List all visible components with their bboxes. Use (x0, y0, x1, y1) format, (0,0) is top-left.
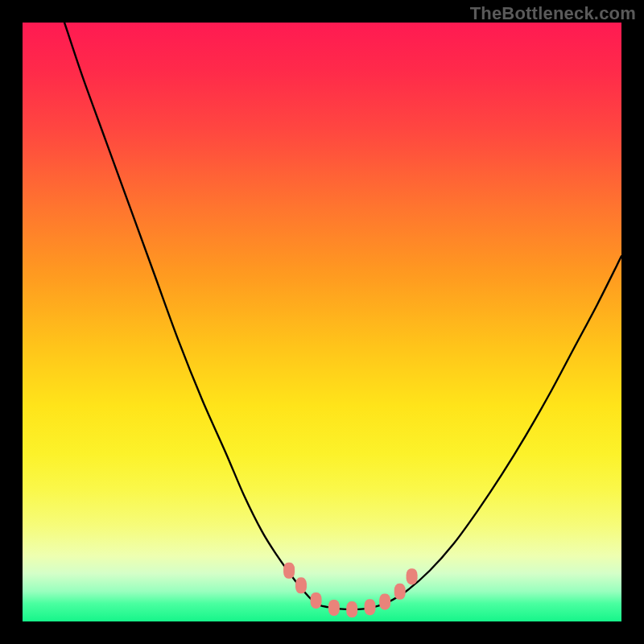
valley-marker (283, 563, 295, 579)
valley-marker (311, 592, 322, 609)
valley-marker (346, 601, 357, 617)
bottleneck-curve (64, 23, 621, 609)
watermark-text: TheBottleneck.com (470, 3, 636, 24)
valley-marker (295, 577, 307, 593)
curve-layer (23, 23, 621, 621)
valley-marker (394, 584, 406, 600)
valley-marker (407, 568, 418, 584)
valley-marker (328, 600, 340, 616)
valley-markers (283, 563, 418, 617)
valley-marker (379, 593, 390, 609)
valley-marker (365, 599, 376, 615)
chart-frame: TheBottleneck.com (0, 0, 644, 644)
plot-area (23, 23, 621, 621)
